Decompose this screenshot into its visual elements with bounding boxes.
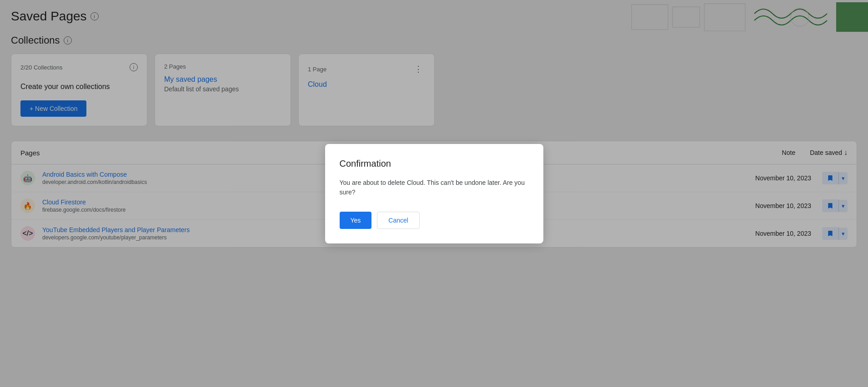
modal-yes-button[interactable]: Yes: [340, 212, 372, 229]
modal-title: Confirmation: [340, 159, 529, 169]
confirmation-modal: Confirmation You are about to delete Clo…: [325, 144, 543, 243]
modal-actions: Yes Cancel: [340, 212, 529, 229]
modal-body: You are about to delete Cloud. This can'…: [340, 178, 529, 197]
modal-overlay: Confirmation You are about to delete Clo…: [0, 0, 868, 387]
modal-cancel-button[interactable]: Cancel: [377, 212, 420, 229]
